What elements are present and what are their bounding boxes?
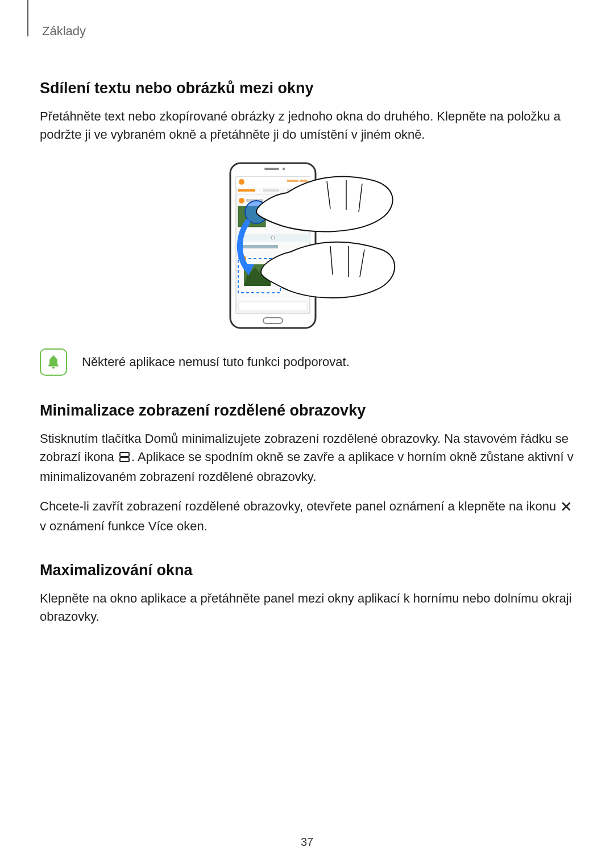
page-number: 37 (0, 836, 614, 849)
note-text: Některé aplikace nemusí tuto funkci podp… (82, 353, 350, 371)
note-bell-icon (40, 348, 67, 376)
note-row: Některé aplikace nemusí tuto funkci podp… (40, 348, 574, 376)
para-minimize-2b: v oznámení funkce Více oken. (40, 519, 208, 533)
svg-point-3 (283, 168, 285, 170)
para-share: Přetáhněte text nebo zkopírované obrázky… (40, 107, 574, 144)
para-minimize-2: Chcete-li zavřít zobrazení rozdělené obr… (40, 497, 574, 535)
split-screen-icon (119, 450, 130, 468)
para-maximize: Klepněte na okno aplikace a přetáhněte p… (40, 589, 574, 626)
para-minimize-1: Stisknutím tlačítka Domů minimalizujete … (40, 430, 574, 486)
svg-rect-27 (120, 452, 129, 456)
svg-rect-7 (287, 180, 298, 182)
svg-point-20 (271, 236, 275, 239)
phone-drag-illustration-icon (213, 161, 401, 331)
heading-maximize: Maximalizování okna (40, 562, 574, 579)
svg-rect-2 (264, 168, 279, 170)
svg-rect-10 (263, 189, 279, 192)
svg-point-6 (239, 179, 244, 185)
svg-rect-5 (236, 177, 310, 187)
svg-rect-26 (238, 302, 308, 311)
svg-rect-28 (120, 458, 129, 462)
heading-share: Sdílení textu nebo obrázků mezi okny (40, 80, 574, 97)
margin-line (27, 0, 28, 36)
svg-rect-8 (300, 180, 308, 182)
page: Základy Sdílení textu nebo obrázků mezi … (0, 0, 614, 868)
svg-rect-9 (238, 189, 255, 192)
svg-point-13 (239, 198, 244, 203)
chapter-label: Základy (42, 24, 574, 39)
para-minimize-2a: Chcete-li zavřít zobrazení rozdělené obr… (40, 499, 559, 513)
close-icon (561, 499, 572, 517)
heading-minimize: Minimalizace zobrazení rozdělené obrazov… (40, 402, 574, 420)
figure-drag-between-windows (40, 161, 574, 331)
svg-rect-21 (238, 245, 278, 248)
